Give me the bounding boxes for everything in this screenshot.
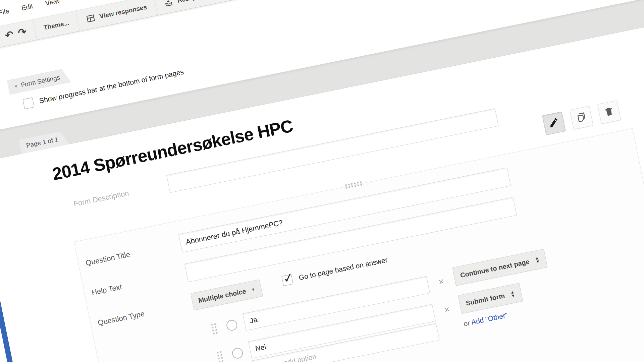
- redo-icon[interactable]: ↷: [17, 26, 28, 38]
- menu-file[interactable]: File: [0, 7, 10, 17]
- edit-question-button[interactable]: [542, 112, 566, 135]
- goto-page-checkbox[interactable]: ✓: [281, 274, 293, 286]
- collapse-triangle-icon: ▼: [14, 84, 18, 88]
- undo-redo-group: ↶ ↷: [0, 19, 37, 57]
- copy-icon: [575, 111, 588, 125]
- menu-edit[interactable]: Edit: [21, 2, 34, 12]
- accepting-responses-label: Accepting responses: [176, 0, 241, 4]
- question-actions: [542, 100, 621, 135]
- undo-icon[interactable]: ↶: [4, 29, 14, 41]
- view-responses-button[interactable]: View responses: [76, 0, 158, 31]
- or-text: or: [463, 319, 471, 327]
- accepting-responses-toggle[interactable]: Accepting responses: [154, 0, 252, 15]
- table-icon: [86, 13, 96, 23]
- duplicate-question-button[interactable]: [570, 106, 593, 130]
- view-responses-label: View responses: [99, 3, 148, 20]
- form-settings-tab[interactable]: ▼ Form Settings: [7, 68, 71, 95]
- form-card: 2014 Spørreundersøkelse HPC Form Descrip…: [0, 5, 644, 362]
- stepper-icon: ▲▼: [510, 290, 516, 298]
- screenshot-viewport: 2014 Spørreundersøkelse HPC File Edit Vi…: [0, 0, 644, 362]
- forms-editor-page: 2014 Spørreundersøkelse HPC File Edit Vi…: [0, 0, 644, 362]
- pencil-icon: [547, 116, 560, 130]
- dropdown-arrow-icon: ▼: [251, 287, 255, 292]
- option-goto-value: Submit form: [465, 292, 505, 307]
- trash-icon: [603, 105, 616, 119]
- inbox-download-icon: [163, 0, 174, 8]
- progress-bar-checkbox[interactable]: [22, 97, 34, 109]
- menu-view[interactable]: View: [45, 0, 60, 7]
- form-settings-tab-label: Form Settings: [20, 74, 61, 89]
- theme-button-label: Theme...: [43, 19, 70, 32]
- theme-button[interactable]: Theme...: [33, 11, 80, 40]
- stepper-icon: ▲▼: [535, 256, 540, 264]
- form-description-label: Form Description: [73, 189, 129, 208]
- delete-question-button[interactable]: [597, 100, 621, 124]
- menu-insert[interactable]: Insert: [71, 0, 90, 2]
- drag-handle-icon[interactable]: [344, 180, 364, 190]
